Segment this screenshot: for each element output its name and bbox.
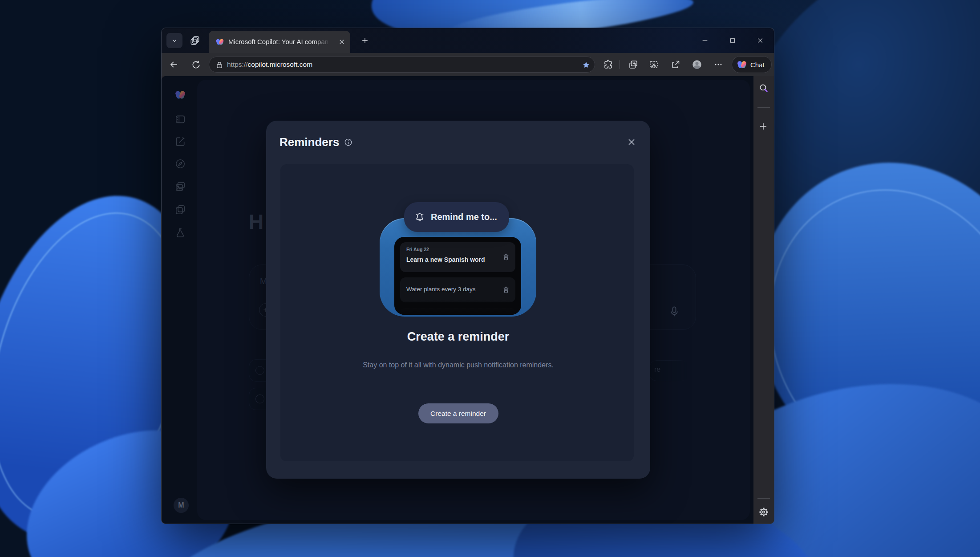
new-tab-button[interactable] — [357, 33, 373, 48]
minimize-button[interactable] — [695, 33, 715, 48]
search-icon[interactable] — [758, 82, 769, 94]
url-domain: copilot.microsoft.com — [248, 61, 313, 68]
window-close-button[interactable] — [750, 33, 770, 48]
phone-bottom-fade — [394, 300, 521, 315]
remind-me-pill-label: Remind me to... — [431, 212, 497, 222]
plus-icon — [360, 36, 369, 45]
refresh-button[interactable] — [188, 57, 203, 72]
create-reminder-button[interactable]: Create a reminder — [418, 403, 498, 423]
toolbar-divider — [620, 60, 620, 69]
reminder-text: Learn a new Spanish word — [406, 256, 485, 263]
desktop: Microsoft Copilot: Your AI compan https:… — [0, 0, 980, 557]
browser-content: H M re M Reminders — [162, 76, 774, 524]
modal-title: Reminders — [279, 135, 339, 149]
copilot-page: H M re M Reminders — [162, 76, 753, 524]
minimize-icon — [701, 37, 709, 44]
maximize-button[interactable] — [722, 33, 743, 48]
address-bar[interactable]: https://copilot.microsoft.com — [209, 57, 595, 73]
modal-close-icon[interactable] — [626, 137, 637, 147]
browser-toolbar: https://copilot.microsoft.com Chat — [162, 53, 774, 76]
chevron-down-icon — [170, 37, 178, 45]
reminder-text: Water plants every 3 days — [406, 286, 476, 293]
tab-title: Microsoft Copilot: Your AI compan — [228, 38, 332, 45]
web-capture-button[interactable] — [646, 57, 661, 72]
profile-avatar-icon[interactable] — [689, 57, 705, 72]
copilot-chat-button[interactable]: Chat — [732, 56, 772, 73]
back-button[interactable] — [166, 57, 182, 72]
maximize-icon — [729, 37, 736, 44]
favorite-star-icon[interactable] — [582, 61, 591, 69]
extensions-button[interactable] — [600, 57, 615, 72]
edge-sidebar-rail — [753, 76, 774, 524]
rail-divider — [757, 107, 770, 108]
url-text: https://copilot.microsoft.com — [227, 61, 312, 69]
browser-window: Microsoft Copilot: Your AI compan https:… — [161, 28, 774, 524]
info-icon[interactable] — [344, 138, 353, 147]
share-button[interactable] — [668, 57, 683, 72]
settings-gear-icon[interactable] — [758, 506, 769, 518]
tab-close-icon[interactable] — [337, 37, 346, 46]
rail-divider — [757, 498, 770, 499]
reminder-card: Fri Aug 22 Learn a new Spanish word — [400, 242, 515, 272]
tab-search-button[interactable] — [166, 33, 182, 48]
close-icon — [757, 37, 764, 44]
modal-header: Reminders — [266, 121, 650, 163]
modal-heading: Create a reminder — [266, 330, 650, 344]
bell-icon — [414, 211, 425, 223]
tab-stacks-icon — [190, 36, 200, 45]
tab-actions-button[interactable] — [187, 33, 203, 48]
browser-tab[interactable]: Microsoft Copilot: Your AI compan — [209, 31, 350, 53]
reminders-modal: Reminders Fri Aug 22 Learn a new Spanish… — [266, 121, 650, 479]
illustration-phone-screen: Fri Aug 22 Learn a new Spanish word Wate… — [394, 237, 521, 315]
reminder-date: Fri Aug 22 — [406, 247, 429, 252]
trash-icon[interactable] — [502, 285, 510, 294]
rail-add-button[interactable] — [758, 121, 769, 133]
remind-me-pill: Remind me to... — [404, 202, 509, 232]
more-menu-button[interactable] — [711, 57, 726, 72]
reminder-card: Water plants every 3 days — [400, 277, 515, 302]
trash-icon[interactable] — [502, 252, 510, 261]
collections-button[interactable] — [626, 57, 641, 72]
copilot-logo-icon — [737, 59, 747, 70]
lock-icon — [215, 61, 224, 69]
modal-subtitle: Stay on top of it all with dynamic push … — [360, 359, 556, 371]
titlebar: Microsoft Copilot: Your AI compan — [162, 28, 774, 53]
url-protocol: https:// — [227, 61, 248, 68]
copilot-chat-label: Chat — [750, 61, 765, 69]
copilot-favicon — [215, 37, 224, 46]
